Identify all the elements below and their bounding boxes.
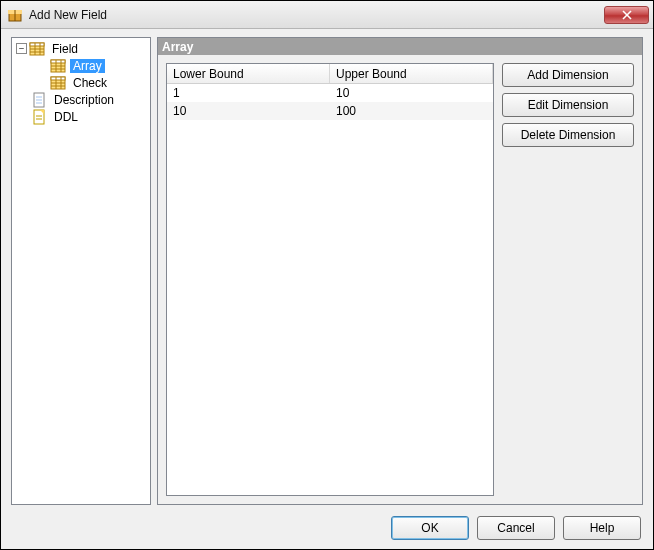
add-dimension-button[interactable]: Add Dimension	[502, 63, 634, 87]
close-icon	[622, 10, 632, 20]
cell-lower: 1	[167, 86, 330, 100]
pane-header: Array	[158, 38, 642, 55]
grid-icon	[50, 58, 66, 74]
client-area: − Field	[1, 29, 653, 549]
tree-item-description[interactable]: Description	[14, 91, 148, 108]
svg-rect-12	[51, 60, 65, 63]
tree-item-label: Array	[70, 59, 105, 73]
table-header: Lower Bound Upper Bound	[167, 64, 493, 84]
ddl-icon	[31, 109, 47, 125]
app-icon	[7, 7, 23, 23]
tree-item-field[interactable]: − Field	[14, 40, 148, 57]
cell-upper: 100	[330, 104, 493, 118]
right-pane: Array Lower Bound Upper Bound 1 10	[157, 37, 643, 505]
dimensions-table[interactable]: Lower Bound Upper Bound 1 10 10 100	[166, 63, 494, 496]
table-body: 1 10 10 100	[167, 84, 493, 495]
tree-item-array[interactable]: Array	[14, 57, 148, 74]
edit-dimension-button[interactable]: Edit Dimension	[502, 93, 634, 117]
delete-dimension-button[interactable]: Delete Dimension	[502, 123, 634, 147]
close-button[interactable]	[604, 6, 649, 24]
tree-item-label: Field	[49, 42, 81, 56]
tree-panel: − Field	[11, 37, 151, 505]
col-lower-bound[interactable]: Lower Bound	[167, 64, 330, 83]
titlebar: Add New Field	[1, 1, 653, 29]
tree-item-label: Check	[70, 76, 110, 90]
pane-body: Lower Bound Upper Bound 1 10 10 100	[158, 55, 642, 504]
cancel-button[interactable]: Cancel	[477, 516, 555, 540]
svg-rect-18	[51, 77, 65, 80]
button-column: Add Dimension Edit Dimension Delete Dime…	[502, 63, 634, 496]
document-icon	[31, 92, 47, 108]
col-upper-bound[interactable]: Upper Bound	[330, 64, 493, 83]
tree: − Field	[12, 38, 150, 127]
help-button[interactable]: Help	[563, 516, 641, 540]
table-row[interactable]: 1 10	[167, 84, 493, 102]
content-row: − Field	[11, 37, 643, 505]
tree-item-label: DDL	[51, 110, 81, 124]
tree-item-label: Description	[51, 93, 117, 107]
footer-bar: OK Cancel Help	[1, 507, 653, 549]
grid-icon	[29, 41, 45, 57]
tree-item-ddl[interactable]: DDL	[14, 108, 148, 125]
window-title: Add New Field	[29, 8, 604, 22]
cell-upper: 10	[330, 86, 493, 100]
cell-lower: 10	[167, 104, 330, 118]
collapse-icon[interactable]: −	[16, 43, 27, 54]
grid-icon	[50, 75, 66, 91]
tree-item-check[interactable]: Check	[14, 74, 148, 91]
dialog-window: Add New Field −	[0, 0, 654, 550]
ok-button[interactable]: OK	[391, 516, 469, 540]
table-row[interactable]: 10 100	[167, 102, 493, 120]
svg-rect-6	[30, 43, 44, 46]
